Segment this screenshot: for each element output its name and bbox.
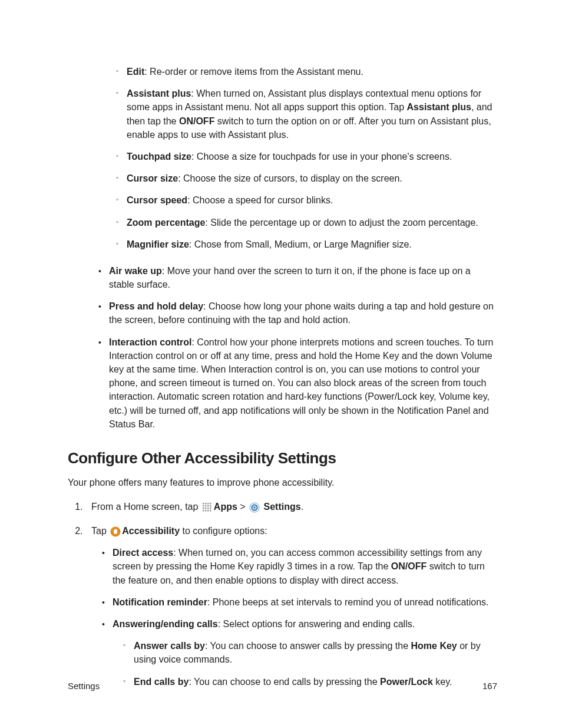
apps-label: Apps bbox=[214, 502, 237, 512]
svg-rect-4 bbox=[203, 505, 204, 507]
term: Cursor speed bbox=[127, 195, 187, 205]
svg-rect-11 bbox=[210, 508, 211, 509]
svg-rect-10 bbox=[207, 508, 209, 509]
list-item-answering-ending-calls: Answering/ending calls: Select options f… bbox=[102, 617, 497, 689]
sublist-item-zoom-percentage: Zoom percentage: Slide the percentage up… bbox=[116, 216, 497, 229]
term: Magnifier size bbox=[127, 239, 189, 249]
bold-mid: Home Key bbox=[411, 641, 457, 651]
desc: : Slide the percentage up or down to adj… bbox=[205, 218, 478, 228]
desc: : Move your hand over the screen to turn… bbox=[109, 266, 471, 289]
desc: : Select options for answering and endin… bbox=[218, 619, 415, 629]
sublist-item-assistant-plus: Assistant plus: When turned on, Assistan… bbox=[116, 87, 497, 141]
list-item-press-hold-delay: Press and hold delay: Choose how long yo… bbox=[98, 299, 497, 327]
term: Answering/ending calls bbox=[113, 619, 218, 629]
term: Touchpad size bbox=[127, 151, 191, 162]
svg-rect-12 bbox=[203, 510, 204, 512]
term: Zoom percentage bbox=[127, 218, 205, 228]
list-item-direct-access: Direct access: When turned on, you can a… bbox=[102, 546, 497, 587]
svg-rect-3 bbox=[210, 503, 211, 505]
steps-list: From a Home screen, tap Apps > Settings.… bbox=[68, 500, 497, 689]
assistant-menu-sublist: Edit: Re-order or remove items from the … bbox=[68, 65, 497, 251]
term: Assistant plus bbox=[127, 88, 191, 98]
sublist-item-magnifier-size: Magnifier size: Chose from Small, Medium… bbox=[116, 238, 497, 251]
step2-pre: Tap bbox=[91, 526, 109, 536]
settings-label: Settings bbox=[264, 502, 301, 512]
desc: : Re-order or remove items from the Assi… bbox=[144, 67, 363, 77]
accessibility-hand-icon bbox=[110, 526, 121, 537]
accessibility-label: Accessibility bbox=[122, 526, 180, 536]
svg-rect-6 bbox=[207, 505, 209, 507]
svg-rect-8 bbox=[203, 508, 204, 509]
desc: : Choose the size of cursors, to display… bbox=[178, 173, 402, 183]
svg-rect-14 bbox=[207, 510, 209, 512]
svg-rect-1 bbox=[205, 503, 207, 505]
list-item-notification-reminder: Notification reminder: Phone beeps at se… bbox=[102, 595, 497, 609]
section-intro: Your phone offers many features to impro… bbox=[68, 476, 497, 489]
term: Notification reminder bbox=[113, 597, 207, 607]
svg-rect-13 bbox=[205, 510, 207, 512]
settings-gear-icon bbox=[249, 502, 260, 513]
term: Answer calls by bbox=[134, 641, 205, 651]
desc-pre: : You can choose to answer calls by pres… bbox=[205, 641, 411, 651]
sublist-item-answer-calls-by: Answer calls by: You can choose to answe… bbox=[123, 639, 497, 666]
step-2: Tap Accessibility to configure options: … bbox=[85, 524, 497, 689]
svg-point-18 bbox=[253, 506, 256, 509]
desc: : Choose a speed for cursor blinks. bbox=[187, 195, 333, 205]
bold-mid: ON/OFF bbox=[391, 561, 427, 571]
sublist-item-cursor-speed: Cursor speed: Choose a speed for cursor … bbox=[116, 193, 497, 207]
term: Direct access bbox=[113, 548, 173, 558]
apps-grid-icon bbox=[202, 502, 213, 513]
page-footer: Settings 167 bbox=[68, 680, 497, 693]
footer-page-number: 167 bbox=[482, 680, 497, 693]
step1-gt: > bbox=[237, 502, 248, 512]
step2-post: to configure options: bbox=[180, 526, 267, 536]
step2-options-list: Direct access: When turned on, you can a… bbox=[91, 546, 497, 689]
svg-rect-9 bbox=[205, 508, 207, 509]
sublist-item-touchpad-size: Touchpad size: Choose a size for touchpa… bbox=[116, 150, 497, 163]
desc: : Chose from Small, Medium, or Large Mag… bbox=[189, 239, 412, 249]
list-item-air-wake-up: Air wake up: Move your hand over the scr… bbox=[98, 264, 497, 291]
term: Press and hold delay bbox=[109, 301, 203, 311]
svg-rect-15 bbox=[210, 510, 211, 512]
step1-pre: From a Home screen, tap bbox=[91, 502, 201, 512]
term: Cursor size bbox=[127, 173, 178, 183]
sublist-item-edit: Edit: Re-order or remove items from the … bbox=[116, 65, 497, 78]
list-item-interaction-control: Interaction control: Control how your ph… bbox=[98, 335, 497, 431]
doc-page: Edit: Re-order or remove items from the … bbox=[0, 0, 562, 728]
desc: : Control how your phone interprets moti… bbox=[109, 337, 493, 429]
svg-rect-0 bbox=[203, 503, 204, 505]
step1-post: . bbox=[301, 502, 303, 512]
footer-section-name: Settings bbox=[68, 680, 100, 693]
bold-mid: Assistant plus bbox=[407, 102, 471, 112]
svg-rect-2 bbox=[207, 503, 209, 505]
section-heading: Configure Other Accessibility Settings bbox=[68, 447, 497, 470]
term: Air wake up bbox=[109, 266, 162, 276]
sublist-item-cursor-size: Cursor size: Choose the size of cursors,… bbox=[116, 172, 497, 185]
svg-rect-7 bbox=[210, 505, 211, 507]
svg-rect-5 bbox=[205, 505, 207, 507]
term: Interaction control bbox=[109, 337, 191, 347]
step-1: From a Home screen, tap Apps > Settings. bbox=[85, 500, 497, 513]
bold-mid2: ON/OFF bbox=[179, 116, 214, 126]
desc: : Choose a size for touchpads for use in… bbox=[191, 151, 452, 162]
desc: : Phone beeps at set intervals to remind… bbox=[207, 597, 489, 607]
term: Edit bbox=[127, 67, 144, 77]
dexterity-list-continued: Air wake up: Move your hand over the scr… bbox=[68, 264, 497, 431]
